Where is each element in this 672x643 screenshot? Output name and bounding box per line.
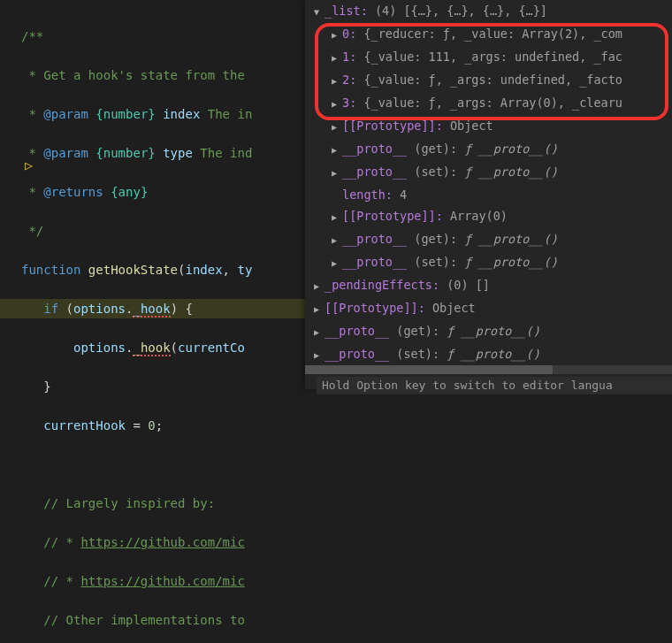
debug-row[interactable]: ▶[[Prototype]]: Object xyxy=(305,115,672,138)
debug-row[interactable]: ▶__proto__ (get): ƒ __proto__() xyxy=(305,320,672,343)
chevron-right-icon: ▶ xyxy=(314,322,325,343)
chevron-right-icon: ▶ xyxy=(332,253,342,274)
chevron-right-icon: ▶ xyxy=(332,163,342,184)
chevron-right-icon: ▶ xyxy=(332,207,342,228)
debug-row[interactable]: length: 4 xyxy=(305,184,672,205)
debug-row[interactable]: ▶__proto__ (set): ƒ __proto__() xyxy=(305,161,672,184)
debug-row[interactable]: ▶__proto__ (set): ƒ __proto__() xyxy=(305,251,672,274)
scrollbar-thumb[interactable] xyxy=(305,365,553,374)
debug-row[interactable]: ▶[[Prototype]]: Object xyxy=(305,297,672,320)
chevron-right-icon: ▶ xyxy=(332,71,342,92)
debug-row[interactable]: ▶[[Prototype]]: Array(0) xyxy=(305,205,672,228)
debug-execution-pointer-icon: ▷ xyxy=(25,157,33,173)
debug-row[interactable]: ▶1: {_value: 111, _args: undefined, _fac xyxy=(305,46,672,69)
debug-row[interactable]: ▶_pendingEffects: (0) [] xyxy=(305,274,672,297)
chevron-right-icon: ▶ xyxy=(314,345,325,366)
chevron-right-icon: ▶ xyxy=(332,25,342,46)
chevron-right-icon: ▶ xyxy=(332,48,342,69)
chevron-right-icon: ▶ xyxy=(314,299,325,320)
chevron-right-icon: ▶ xyxy=(332,94,342,115)
debug-row-list-header[interactable]: ▼_list: (4) [{…}, {…}, {…}, {…}] xyxy=(305,0,672,23)
debug-hint-bar: Hold Option key to switch to editor lang… xyxy=(317,377,672,394)
debug-row[interactable]: ▶3: {_value: ƒ, _args: Array(0), _clearu xyxy=(305,92,672,115)
chevron-right-icon: ▶ xyxy=(314,276,325,297)
chevron-right-icon: ▶ xyxy=(332,230,342,251)
debug-horizontal-scrollbar[interactable] xyxy=(305,365,672,374)
debug-row[interactable]: ▶__proto__ (get): ƒ __proto__() xyxy=(305,138,672,161)
chevron-right-icon: ▶ xyxy=(332,117,342,138)
debug-row[interactable]: ▶0: {_reducer: ƒ, _value: Array(2), _com xyxy=(305,23,672,46)
debug-row[interactable]: ▶2: {_value: ƒ, _args: undefined, _facto xyxy=(305,69,672,92)
chevron-right-icon: ▶ xyxy=(332,140,342,161)
debug-hover-panel[interactable]: ▼_list: (4) [{…}, {…}, {…}, {…}] ▶0: {_r… xyxy=(305,0,672,389)
chevron-down-icon: ▼ xyxy=(314,2,325,23)
debug-row[interactable]: ▶__proto__ (set): ƒ __proto__() xyxy=(305,343,672,366)
code-text: /** xyxy=(21,29,43,43)
debug-row[interactable]: ▶__proto__ (get): ƒ __proto__() xyxy=(305,228,672,251)
